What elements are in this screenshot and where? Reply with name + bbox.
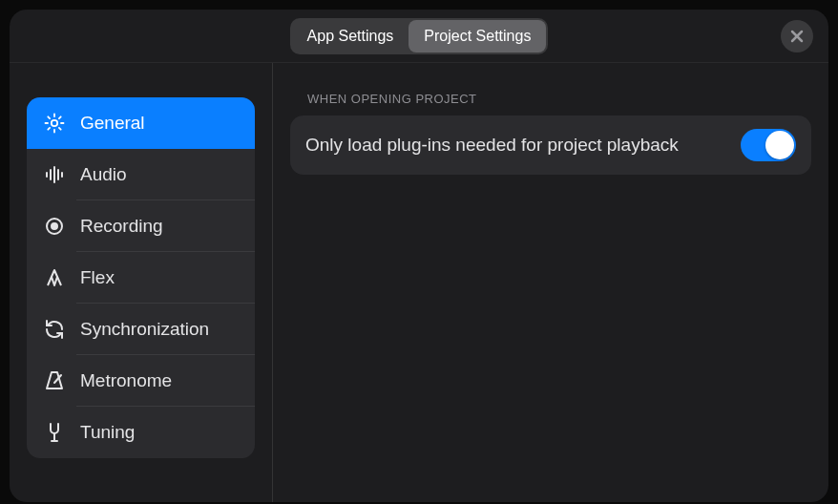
sidebar-item-label: Metronome	[80, 370, 172, 391]
settings-content: WHEN OPENING PROJECT Only load plug-ins …	[273, 63, 828, 502]
toggle-load-plugins[interactable]	[741, 129, 796, 161]
svg-point-2	[52, 120, 57, 126]
tab-app-settings[interactable]: App Settings	[292, 20, 409, 52]
settings-tab-switcher: App Settings Project Settings	[290, 18, 549, 54]
sync-icon	[42, 317, 67, 342]
sidebar-item-label: General	[80, 113, 145, 134]
dialog-header: App Settings Project Settings	[10, 10, 828, 63]
sidebar-item-label: Flex	[80, 267, 115, 288]
sidebar-item-label: Recording	[80, 216, 163, 237]
gear-icon	[42, 111, 67, 136]
metronome-icon	[42, 368, 67, 393]
settings-sidebar: General Audio	[10, 63, 273, 502]
sidebar-item-label: Tuning	[80, 422, 135, 443]
dialog-body: General Audio	[10, 63, 828, 502]
record-icon	[42, 214, 67, 239]
sidebar-list: General Audio	[27, 97, 255, 458]
sidebar-item-label: Audio	[80, 164, 127, 185]
toggle-knob	[765, 131, 794, 159]
waveform-icon	[42, 162, 67, 187]
sidebar-item-audio[interactable]: Audio	[27, 149, 255, 200]
sidebar-item-label: Synchronization	[80, 319, 209, 340]
sidebar-item-tuning[interactable]: Tuning	[27, 407, 255, 458]
close-button[interactable]	[781, 20, 813, 52]
setting-row-load-plugins: Only load plug-ins needed for project pl…	[290, 116, 811, 175]
sidebar-item-general[interactable]: General	[27, 97, 255, 149]
flex-icon	[42, 265, 67, 290]
setting-label: Only load plug-ins needed for project pl…	[305, 135, 679, 156]
sidebar-item-recording[interactable]: Recording	[27, 200, 255, 252]
close-icon	[789, 29, 805, 44]
tuning-fork-icon	[42, 420, 67, 445]
sidebar-item-flex[interactable]: Flex	[27, 252, 255, 304]
sidebar-item-synchronization[interactable]: Synchronization	[27, 304, 255, 355]
sidebar-item-metronome[interactable]: Metronome	[27, 355, 255, 407]
svg-point-9	[52, 223, 57, 229]
section-header: WHEN OPENING PROJECT	[307, 92, 811, 106]
tab-project-settings[interactable]: Project Settings	[409, 20, 546, 52]
settings-dialog: App Settings Project Settings	[10, 10, 828, 502]
